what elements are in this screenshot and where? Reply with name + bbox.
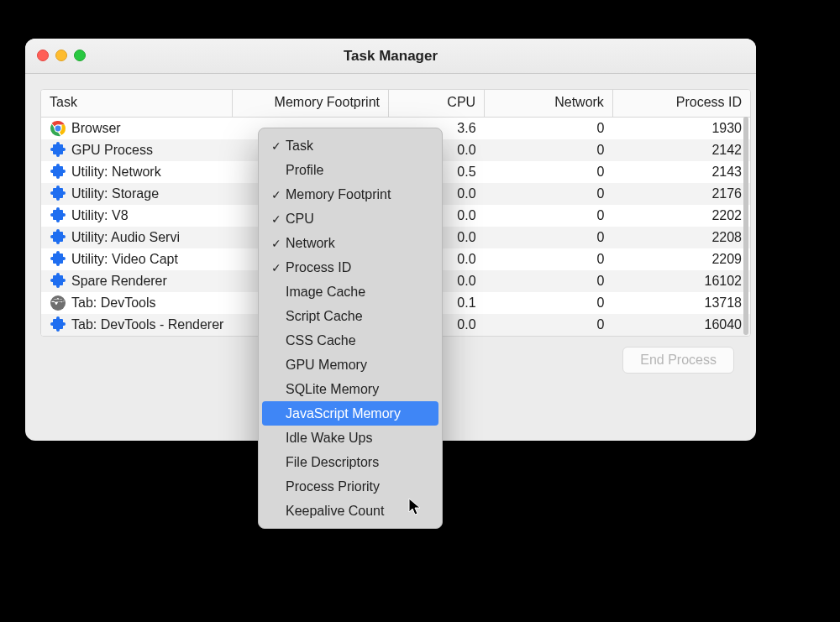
task-name: Utility: Storage <box>71 186 159 201</box>
extension-icon <box>50 186 66 202</box>
svg-point-2 <box>55 126 61 132</box>
context-menu-item[interactable]: File Descriptors <box>262 450 438 474</box>
pid-value: 13718 <box>612 292 750 314</box>
context-menu-label: File Descriptors <box>284 455 379 470</box>
context-menu-item[interactable]: ✓CPU <box>262 206 438 231</box>
network-value: 0 <box>485 183 613 205</box>
extension-icon <box>50 142 66 159</box>
pid-value: 16102 <box>612 270 750 292</box>
column-header-pid[interactable]: Process ID <box>612 90 750 118</box>
column-header-network[interactable]: Network <box>485 90 613 118</box>
context-menu-label: GPU Memory <box>284 358 367 373</box>
context-menu-item[interactable]: Image Cache <box>262 280 438 304</box>
task-name: Tab: DevTools - Renderer <box>71 317 223 332</box>
column-context-menu[interactable]: ✓TaskProfile✓Memory Footprint✓CPU✓Networ… <box>258 128 443 529</box>
network-value: 0 <box>485 314 613 336</box>
checkmark-icon: ✓ <box>269 237 284 250</box>
task-name: GPU Process <box>71 143 153 158</box>
network-value: 0 <box>485 292 613 314</box>
context-menu-label: JavaScript Memory <box>284 406 401 421</box>
context-menu-item[interactable]: Script Cache <box>262 304 438 328</box>
extension-icon <box>50 229 66 246</box>
context-menu-label: Idle Wake Ups <box>284 431 372 446</box>
extension-icon <box>50 164 66 180</box>
context-menu-item[interactable]: GPU Memory <box>262 353 438 377</box>
extension-icon <box>50 251 66 268</box>
context-menu-item[interactable]: ✓Memory Footprint <box>262 182 438 206</box>
context-menu-item[interactable]: ✓Task <box>262 133 438 158</box>
context-menu-label: CPU <box>284 212 314 227</box>
task-name: Utility: Video Capt <box>71 252 178 267</box>
context-menu-label: Keepalive Count <box>284 504 384 519</box>
context-menu-item[interactable]: ✓Network <box>262 231 438 255</box>
task-name: Utility: V8 <box>71 208 129 223</box>
checkmark-icon: ✓ <box>269 139 284 153</box>
titlebar: Task Manager <box>25 39 756 74</box>
context-menu-item[interactable]: Process Priority <box>262 474 438 499</box>
context-menu-item[interactable]: JavaScript Memory <box>262 401 438 426</box>
pid-value: 16040 <box>612 314 750 336</box>
checkmark-icon: ✓ <box>269 261 284 274</box>
pid-value: 2176 <box>612 183 750 205</box>
checkmark-icon: ✓ <box>269 212 284 226</box>
context-menu-item[interactable]: SQLite Memory <box>262 377 438 401</box>
window-controls <box>37 50 86 61</box>
svg-point-3 <box>50 295 66 311</box>
network-value: 0 <box>485 161 613 183</box>
column-header-cpu[interactable]: CPU <box>388 90 484 118</box>
pid-value: 2208 <box>612 227 750 248</box>
context-menu-label: Process ID <box>284 260 351 275</box>
network-value: 0 <box>485 270 613 292</box>
network-value: 0 <box>485 248 613 270</box>
context-menu-item[interactable]: Profile <box>262 158 438 182</box>
network-value: 0 <box>485 118 613 140</box>
context-menu-item[interactable]: Keepalive Count <box>262 499 438 523</box>
pid-value: 2202 <box>612 205 750 227</box>
pid-value: 2142 <box>612 139 750 161</box>
maximize-button[interactable] <box>74 50 86 61</box>
pid-value: 1930 <box>612 118 750 140</box>
context-menu-label: Script Cache <box>284 309 363 324</box>
pid-value: 2209 <box>612 248 750 270</box>
context-menu-item[interactable]: CSS Cache <box>262 328 438 353</box>
close-button[interactable] <box>37 50 49 61</box>
chrome-icon <box>50 120 66 137</box>
end-process-button[interactable]: End Process <box>622 347 734 374</box>
window-title: Task Manager <box>344 48 438 65</box>
task-manager-window: Task Manager Task Memory Footprint CPU N… <box>25 39 756 441</box>
context-menu-label: Image Cache <box>284 285 365 300</box>
task-name: Spare Renderer <box>71 274 167 289</box>
column-header-memory[interactable]: Memory Footprint <box>232 90 388 118</box>
context-menu-label: SQLite Memory <box>284 382 379 397</box>
extension-icon <box>50 207 66 224</box>
checkmark-icon: ✓ <box>269 188 284 201</box>
pid-value: 2143 <box>612 161 750 183</box>
minimize-button[interactable] <box>55 50 67 61</box>
task-name: Tab: DevTools <box>71 295 156 311</box>
context-menu-label: Memory Footprint <box>284 187 391 202</box>
context-menu-label: Network <box>284 236 335 251</box>
network-value: 0 <box>485 205 613 227</box>
extension-icon <box>50 273 66 290</box>
task-name: Browser <box>71 121 121 136</box>
context-menu-label: Profile <box>284 163 323 178</box>
vertical-scrollbar[interactable] <box>743 117 748 335</box>
context-menu-label: Task <box>284 139 313 154</box>
network-value: 0 <box>485 227 613 248</box>
task-name: Utility: Network <box>71 165 161 180</box>
extension-icon <box>50 316 66 333</box>
context-menu-label: CSS Cache <box>284 333 356 348</box>
column-header-task[interactable]: Task <box>41 90 232 118</box>
context-menu-item[interactable]: ✓Process ID <box>262 255 438 280</box>
context-menu-label: Process Priority <box>284 479 380 494</box>
network-value: 0 <box>485 139 613 161</box>
task-name: Utility: Audio Servi <box>71 230 180 245</box>
globe-icon <box>50 295 66 311</box>
context-menu-item[interactable]: Idle Wake Ups <box>262 426 438 450</box>
